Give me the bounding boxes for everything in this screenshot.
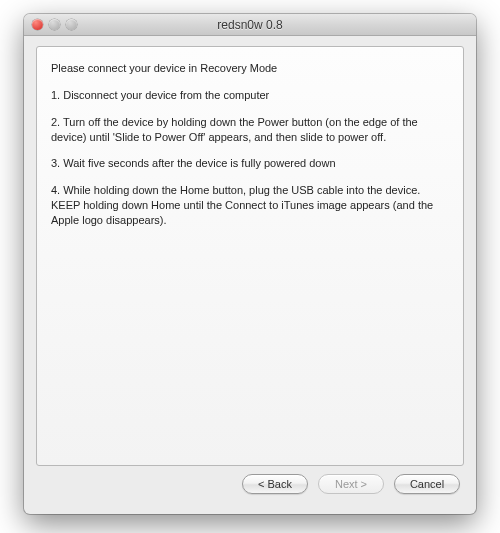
window-title: redsn0w 0.8 — [24, 18, 476, 32]
step-2-text: 2. Turn off the device by holding down t… — [51, 115, 449, 145]
zoom-icon[interactable] — [66, 19, 77, 30]
step-4-text: 4. While holding down the Home button, p… — [51, 183, 449, 228]
close-icon[interactable] — [32, 19, 43, 30]
content-area: Please connect your device in Recovery M… — [24, 36, 476, 506]
step-1-text: 1. Disconnect your device from the compu… — [51, 88, 449, 103]
minimize-icon[interactable] — [49, 19, 60, 30]
back-button[interactable]: < Back — [242, 474, 308, 494]
app-window: redsn0w 0.8 Please connect your device i… — [24, 14, 476, 514]
instructions-heading: Please connect your device in Recovery M… — [51, 61, 449, 76]
instructions-panel: Please connect your device in Recovery M… — [36, 46, 464, 466]
window-controls — [24, 19, 77, 30]
wizard-buttons: < Back Next > Cancel — [36, 466, 464, 494]
next-button: Next > — [318, 474, 384, 494]
step-3-text: 3. Wait five seconds after the device is… — [51, 156, 449, 171]
cancel-button[interactable]: Cancel — [394, 474, 460, 494]
titlebar: redsn0w 0.8 — [24, 14, 476, 36]
